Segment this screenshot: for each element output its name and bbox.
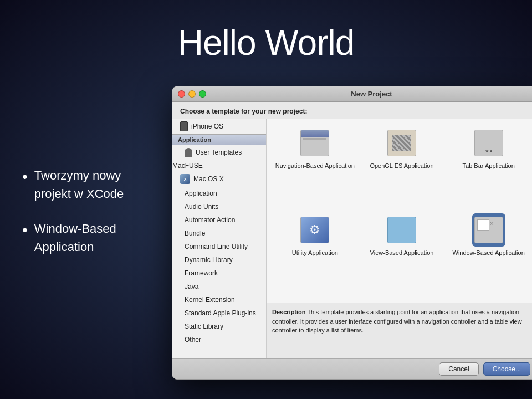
sidebar-static-library[interactable]: Static Library	[172, 320, 266, 333]
dialog-body: Choose a template for your new project: …	[172, 102, 532, 379]
template-utility[interactable]: Utility Application	[274, 213, 356, 295]
tabbar-icon	[474, 130, 503, 156]
minimize-button[interactable]	[188, 90, 196, 98]
dialog-header: Choose a template for your new project:	[172, 102, 532, 119]
sidebar-audio-units[interactable]: Audio Units	[172, 200, 266, 213]
sidebar-framework[interactable]: Framework	[172, 267, 266, 280]
dialog-content: iPhone OS Application User Templates Mac…	[172, 119, 532, 358]
sidebar-other[interactable]: Other	[172, 333, 266, 346]
opengl-icon-wrap	[385, 126, 418, 160]
template-view-based[interactable]: View-Based Application	[361, 213, 443, 295]
sidebar-macfuse[interactable]: MacFUSE	[172, 160, 266, 171]
sidebar-label-dynamic-library: Dynamic Library	[185, 256, 233, 264]
sidebar-iphone-os[interactable]: iPhone OS	[172, 119, 266, 134]
viewbased-icon-wrap	[385, 213, 418, 247]
sidebar-label-framework: Framework	[185, 269, 218, 277]
sidebar-label-automator-action: Automator Action	[185, 216, 235, 224]
sidebar-macosx[interactable]: X Mac OS X	[172, 171, 266, 187]
close-button[interactable]	[178, 90, 185, 98]
template-label-nav-based: Navigation-Based Application	[275, 162, 355, 170]
user-icon	[185, 148, 192, 157]
template-label-utility: Utility Application	[292, 249, 338, 257]
windowbased-icon	[474, 217, 503, 243]
dialog-title: New Project	[212, 90, 531, 98]
sidebar-bundle[interactable]: Bundle	[172, 227, 266, 240]
sidebar-command-line[interactable]: Command Line Utility	[172, 240, 266, 253]
content-area: Navigation-Based Application OpenGL ES A…	[267, 119, 532, 358]
bullet-item-1: Tworzymy nowy projekt w XCode	[22, 166, 156, 203]
sidebar-java[interactable]: Java	[172, 280, 266, 293]
bullet-text-1: Tworzymy nowy projekt w XCode	[34, 166, 156, 203]
template-window-based[interactable]: Window-Based Application	[448, 213, 529, 295]
sidebar-automator-action[interactable]: Automator Action	[172, 213, 266, 227]
description-area: Description This template provides a sta…	[267, 303, 532, 358]
sidebar-label-other: Other	[185, 336, 201, 344]
sidebar-label-bundle: Bundle	[185, 229, 205, 237]
template-label-window-based: Window-Based Application	[453, 249, 525, 257]
sidebar-application[interactable]: Application	[172, 134, 266, 145]
bullet-list: Tworzymy nowy projekt w XCode Window-Bas…	[22, 166, 156, 273]
cancel-button[interactable]: Cancel	[439, 362, 478, 376]
template-label-opengl-es: OpenGL ES Application	[370, 162, 433, 170]
sidebar-label-application: Application	[178, 136, 211, 143]
sidebar-label-command-line: Command Line Utility	[185, 243, 248, 250]
sidebar-label-java: Java	[185, 283, 198, 290]
page-title: Hello World	[0, 0, 532, 74]
sidebar-label-macfuse: MacFUSE	[172, 162, 203, 170]
sidebar-user-templates[interactable]: User Templates	[172, 145, 266, 160]
utility-icon-wrap	[298, 213, 331, 247]
template-opengl-es[interactable]: OpenGL ES Application	[361, 126, 443, 208]
sidebar-label-mac-application: Application	[185, 190, 217, 197]
bullet-item-2: Window-Based Application	[22, 219, 156, 256]
new-project-dialog: New Project Choose a template for your n…	[172, 86, 532, 380]
description-label: Description	[272, 309, 306, 315]
iphone-icon	[180, 121, 188, 131]
sidebar-mac-application[interactable]: Application	[172, 187, 266, 200]
template-label-view-based: View-Based Application	[370, 249, 434, 257]
bullet-text-2: Window-Based Application	[34, 219, 156, 256]
sidebar-label-user-templates: User Templates	[196, 149, 242, 156]
tabbar-icon-wrap	[472, 126, 505, 160]
sidebar-label-static-library: Static Library	[185, 323, 223, 330]
nav-based-icon	[300, 130, 329, 156]
sidebar-label-kernel-extension: Kernel Extension	[185, 296, 235, 304]
macosx-icon: X	[180, 174, 190, 184]
viewbased-icon	[387, 217, 416, 243]
utility-icon	[300, 217, 329, 243]
sidebar-dynamic-library[interactable]: Dynamic Library	[172, 253, 266, 267]
sidebar-label-apple-plugins: Standard Apple Plug-ins	[185, 309, 256, 317]
dialog-titlebar: New Project	[172, 86, 532, 102]
sidebar-label-macosx: Mac OS X	[193, 175, 224, 183]
windowbased-icon-wrap	[472, 213, 505, 247]
nav-based-icon-wrap	[298, 126, 331, 160]
sidebar-label-iphoneos: iPhone OS	[191, 122, 223, 130]
sidebar-apple-plugins[interactable]: Standard Apple Plug-ins	[172, 306, 266, 320]
window-buttons	[178, 90, 206, 98]
template-grid: Navigation-Based Application OpenGL ES A…	[267, 119, 532, 303]
template-nav-based[interactable]: Navigation-Based Application	[274, 126, 356, 208]
template-label-tab-bar: Tab Bar Application	[463, 162, 515, 170]
sidebar-kernel-extension[interactable]: Kernel Extension	[172, 293, 266, 306]
choose-button[interactable]: Choose...	[483, 362, 530, 376]
sidebar: iPhone OS Application User Templates Mac…	[172, 119, 267, 358]
template-tab-bar[interactable]: Tab Bar Application	[448, 126, 529, 208]
description-text: This template provides a starting point …	[272, 309, 522, 334]
dialog-footer: Cancel Choose...	[172, 358, 532, 379]
opengl-icon	[387, 130, 416, 156]
maximize-button[interactable]	[199, 90, 206, 98]
sidebar-label-audio-units: Audio Units	[185, 203, 218, 211]
